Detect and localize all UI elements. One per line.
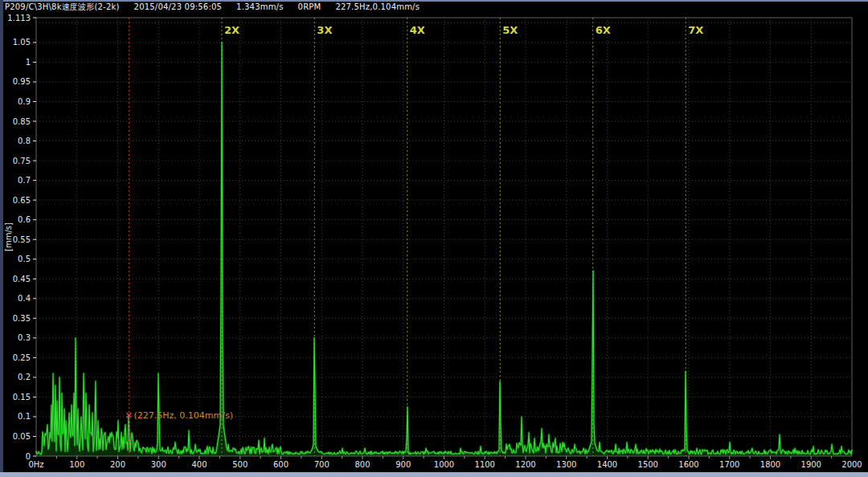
- harmonic-marker-label: 6X: [596, 24, 611, 36]
- harmonic-marker-label: 5X: [502, 24, 518, 36]
- y-tick-label: 1.05: [13, 38, 31, 47]
- x-tick-label: 800: [354, 460, 370, 469]
- y-tick-label: 0.15: [13, 393, 31, 402]
- x-tick-label: 1700: [719, 460, 739, 469]
- x-tick-label: 1500: [638, 460, 658, 469]
- x-tick-label: 0Hz: [28, 460, 43, 469]
- y-tick-label: 0.1: [18, 412, 31, 421]
- header-rpm: 0RPM: [298, 2, 321, 11]
- app-window: 2X3X4X5X6X7X(227.5Hz, 0.104mm/s)1.1131.0…: [0, 0, 868, 477]
- x-tick-label: 1300: [556, 460, 576, 469]
- y-tick-label: 0.75: [13, 157, 31, 165]
- x-tick-label: 1100: [475, 460, 495, 469]
- y-tick-label: 0.8: [18, 137, 31, 145]
- x-tick-label: 1900: [801, 460, 821, 469]
- y-tick-label: 0.2: [18, 373, 31, 381]
- header-overall-value: 1.343mm/s: [236, 2, 284, 11]
- header-cursor-readout: 227.5Hz,0.104mm/s: [335, 2, 420, 11]
- y-tick-label: 0.65: [13, 196, 31, 205]
- harmonic-marker-label: 3X: [317, 24, 332, 36]
- y-tick-label: 0.5: [18, 255, 31, 263]
- x-tick-label: 600: [273, 460, 289, 469]
- x-tick-label: 1400: [597, 460, 617, 469]
- y-tick-label: 0: [26, 452, 31, 461]
- spectrum-chart[interactable]: 2X3X4X5X6X7X(227.5Hz, 0.104mm/s)1.1131.0…: [0, 0, 868, 477]
- y-tick-label: 0.55: [13, 235, 31, 244]
- x-tick-label: 500: [232, 460, 248, 469]
- x-tick-label: 300: [151, 460, 166, 469]
- spectrum-trace: [36, 43, 852, 455]
- harmonic-marker-label: 2X: [224, 24, 240, 36]
- y-tick-label: 0.85: [13, 117, 31, 126]
- x-tick-label: 2000: [841, 460, 862, 469]
- x-tick-label: 100: [69, 460, 84, 469]
- cursor-annotation: (227.5Hz, 0.104mm/s): [133, 410, 232, 421]
- y-tick-label: 0.3: [18, 333, 31, 342]
- x-tick-label: 1600: [678, 460, 698, 469]
- x-tick-label: 200: [110, 460, 125, 469]
- y-tick-label: 1.113: [7, 14, 31, 22]
- x-tick-label: 1000: [434, 460, 454, 469]
- x-tick-label: 900: [395, 460, 411, 469]
- x-tick-label: 700: [314, 460, 330, 469]
- x-tick-label: 1800: [760, 460, 780, 469]
- y-tick-label: 1: [26, 58, 31, 67]
- y-tick-label: 0.95: [13, 77, 31, 86]
- y-axis-title: [mm/s]: [4, 222, 13, 251]
- header-title: P209/C\3H\8k速度波形(2-2k): [5, 2, 120, 13]
- x-tick-label: 400: [191, 460, 207, 469]
- y-tick-label: 0.9: [18, 97, 31, 106]
- y-tick-label: 0.6: [18, 215, 31, 224]
- header-bar: P209/C\3H\8k速度波形(2-2k) 2015/04/23 09:56:…: [5, 2, 420, 12]
- y-tick-label: 0.45: [13, 275, 31, 283]
- harmonic-marker-label: 4X: [410, 24, 425, 36]
- header-datetime: 2015/04/23 09:56:05: [134, 2, 223, 11]
- x-tick-label: 1200: [515, 460, 535, 469]
- harmonic-marker-label: 7X: [688, 24, 703, 36]
- y-tick-label: 0.25: [13, 353, 31, 362]
- y-tick-label: 0.4: [18, 294, 31, 303]
- y-tick-label: 0.35: [13, 314, 31, 323]
- y-tick-label: 0.05: [13, 432, 31, 441]
- y-tick-label: 0.7: [18, 176, 31, 185]
